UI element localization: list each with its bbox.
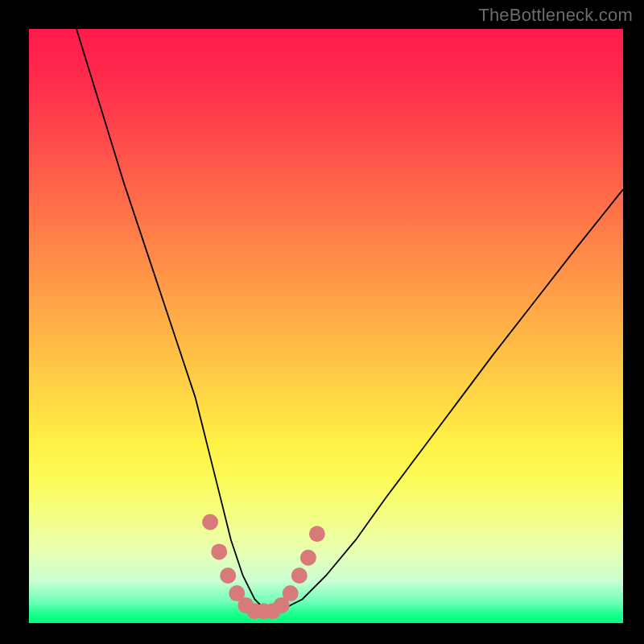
chart-svg-overlay (29, 29, 623, 623)
highlighted-dot (291, 568, 308, 584)
highlighted-dot (300, 550, 316, 566)
highlighted-dot (202, 514, 218, 530)
highlighted-dots-group (202, 514, 325, 620)
chart-container: TheBottleneck.com (0, 0, 644, 644)
highlighted-dot (211, 543, 227, 559)
watermark-text: TheBottleneck.com (478, 5, 633, 26)
highlighted-dot (309, 526, 325, 542)
highlighted-dot (283, 585, 299, 601)
bottleneck-curve-line (76, 29, 623, 611)
highlighted-dot (220, 568, 236, 584)
